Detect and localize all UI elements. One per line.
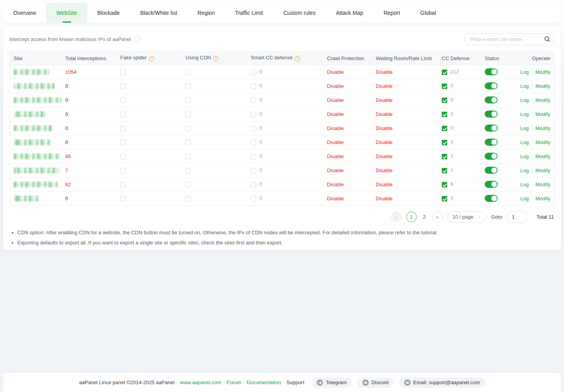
fake-spider-checkbox[interactable] <box>120 112 126 117</box>
tab[interactable]: Blockade <box>87 3 130 23</box>
cc-defense-checkbox[interactable] <box>442 112 447 117</box>
modify-link[interactable]: Modify <box>535 139 550 145</box>
status-toggle[interactable] <box>485 139 498 146</box>
discord-button[interactable]: Discord <box>357 378 394 388</box>
using-cdn-checkbox[interactable] <box>186 112 191 117</box>
crawl-protection-link[interactable]: Disable <box>327 139 344 145</box>
smart-cc-checkbox[interactable] <box>251 140 256 145</box>
smart-cc-checkbox[interactable] <box>251 182 256 187</box>
log-link[interactable]: Log <box>520 69 529 75</box>
cc-defense-checkbox[interactable] <box>442 168 447 173</box>
waiting-room-link[interactable]: Disable <box>376 182 393 187</box>
telegram-button[interactable]: Telegram <box>312 378 352 388</box>
status-toggle[interactable] <box>485 82 498 89</box>
cc-defense-checkbox[interactable] <box>442 69 447 75</box>
using-cdn-checkbox[interactable] <box>186 69 191 75</box>
tab[interactable]: Black/White list <box>130 3 187 23</box>
modify-link[interactable]: Modify <box>535 97 550 103</box>
using-cdn-checkbox[interactable] <box>186 182 191 187</box>
crawl-protection-link[interactable]: Disable <box>327 182 344 187</box>
fake-spider-checkbox[interactable] <box>120 69 126 75</box>
site-search-input[interactable] <box>464 33 555 45</box>
smart-cc-checkbox[interactable] <box>251 168 256 173</box>
goto-page-input[interactable] <box>507 211 528 223</box>
log-link[interactable]: Log <box>520 196 529 201</box>
log-link[interactable]: Log <box>520 139 529 145</box>
modify-link[interactable]: Modify <box>535 125 550 131</box>
log-link[interactable]: Log <box>520 153 529 159</box>
log-link[interactable]: Log <box>520 167 529 173</box>
using-cdn-checkbox[interactable] <box>186 140 191 145</box>
crawl-protection-link[interactable]: Disable <box>327 97 344 103</box>
documentation-link[interactable]: Documentation <box>247 380 281 385</box>
modify-link[interactable]: Modify <box>535 196 550 201</box>
log-link[interactable]: Log <box>520 83 529 89</box>
using-cdn-checkbox[interactable] <box>186 84 191 89</box>
log-link[interactable]: Log <box>520 182 529 187</box>
fake-spider-checkbox[interactable] <box>120 98 126 103</box>
help-icon[interactable]: ? <box>294 56 300 62</box>
status-toggle[interactable] <box>485 68 498 75</box>
aapanel-site-link[interactable]: www.aapanel.com <box>180 380 221 385</box>
modify-link[interactable]: Modify <box>535 83 550 89</box>
fake-spider-checkbox[interactable] <box>120 196 126 201</box>
prev-page-button[interactable]: ‹ <box>391 212 402 222</box>
crawl-protection-link[interactable]: Disable <box>327 196 344 201</box>
waiting-room-link[interactable]: Disable <box>376 139 393 145</box>
log-link[interactable]: Log <box>520 111 529 117</box>
waiting-room-link[interactable]: Disable <box>376 69 393 75</box>
next-page-button[interactable]: › <box>432 212 443 222</box>
crawl-protection-link[interactable]: Disable <box>327 153 344 159</box>
smart-cc-checkbox[interactable] <box>251 84 256 89</box>
waiting-room-link[interactable]: Disable <box>376 83 393 89</box>
page-button-2[interactable]: 2 <box>421 214 427 220</box>
status-toggle[interactable] <box>485 96 498 103</box>
help-icon[interactable]: ? <box>149 56 155 62</box>
waiting-room-link[interactable]: Disable <box>376 97 393 103</box>
tab[interactable]: Attack Map <box>326 3 373 23</box>
crawl-protection-link[interactable]: Disable <box>327 111 344 117</box>
smart-cc-checkbox[interactable] <box>251 154 256 159</box>
using-cdn-checkbox[interactable] <box>186 154 191 159</box>
using-cdn-checkbox[interactable] <box>186 126 191 131</box>
crawl-protection-link[interactable]: Disable <box>327 69 344 75</box>
modify-link[interactable]: Modify <box>535 153 550 159</box>
using-cdn-checkbox[interactable] <box>186 168 191 173</box>
tab[interactable]: Overview <box>3 3 46 23</box>
waiting-room-link[interactable]: Disable <box>376 153 393 159</box>
waiting-room-link[interactable]: Disable <box>376 125 393 131</box>
cc-defense-checkbox[interactable] <box>442 182 447 187</box>
crawl-protection-link[interactable]: Disable <box>327 167 344 173</box>
status-toggle[interactable] <box>485 110 498 118</box>
fake-spider-checkbox[interactable] <box>120 182 126 187</box>
smart-cc-checkbox[interactable] <box>251 98 256 103</box>
page-button-1[interactable]: 1 <box>406 212 417 222</box>
email-button[interactable]: Email: support@aapanel.com <box>399 378 485 388</box>
status-toggle[interactable] <box>485 195 498 202</box>
modify-link[interactable]: Modify <box>535 167 550 173</box>
fake-spider-checkbox[interactable] <box>120 126 126 131</box>
crawl-protection-link[interactable]: Disable <box>327 125 344 131</box>
intercept-malicious-ips-checkbox[interactable] <box>134 36 140 42</box>
smart-cc-checkbox[interactable] <box>251 112 256 117</box>
crawl-protection-link[interactable]: Disable <box>327 83 344 89</box>
cc-defense-checkbox[interactable] <box>442 140 447 145</box>
smart-cc-checkbox[interactable] <box>251 126 256 131</box>
modify-link[interactable]: Modify <box>535 69 550 75</box>
fake-spider-checkbox[interactable] <box>120 140 126 145</box>
status-toggle[interactable] <box>485 125 498 132</box>
cc-defense-checkbox[interactable] <box>442 98 447 103</box>
status-toggle[interactable] <box>485 181 498 188</box>
cc-defense-checkbox[interactable] <box>442 196 447 201</box>
smart-cc-checkbox[interactable] <box>251 196 256 201</box>
forum-link[interactable]: Forum <box>227 380 241 385</box>
status-toggle[interactable] <box>485 153 498 160</box>
status-toggle[interactable] <box>485 167 498 174</box>
using-cdn-checkbox[interactable] <box>186 98 191 103</box>
using-cdn-checkbox[interactable] <box>186 196 191 201</box>
tab[interactable]: Traffic Limit <box>225 3 273 23</box>
waiting-room-link[interactable]: Disable <box>376 167 393 173</box>
tab[interactable]: Report <box>373 3 410 23</box>
tab[interactable]: Custom rules <box>273 3 326 23</box>
modify-link[interactable]: Modify <box>535 182 550 187</box>
